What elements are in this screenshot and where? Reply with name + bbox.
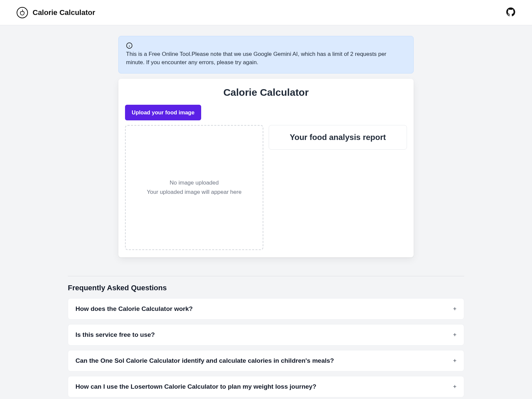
calculator-card: Calorie Calculator Upload your food imag… [118,79,414,257]
faq-question: Is this service free to use? [75,331,155,338]
dropzone-subtitle: Your uploaded image will appear here [147,189,242,196]
plus-icon: + [453,332,457,338]
faq-item[interactable]: Can the One Sol Calorie Calculator ident… [68,350,464,371]
header-left: Calorie Calculator [17,7,95,18]
faq-question: How does the Calorie Calculator work? [75,305,193,313]
brand-title: Calorie Calculator [33,8,95,17]
github-link[interactable] [506,7,515,18]
dropzone-title: No image uploaded [170,180,218,186]
github-icon [506,7,515,18]
image-dropzone[interactable]: No image uploaded Your uploaded image wi… [125,125,263,250]
info-alert: This is a Free Online Tool.Please note t… [118,36,414,73]
site-header: Calorie Calculator [0,0,532,25]
card-title: Calorie Calculator [125,87,407,98]
plus-icon: + [453,306,457,313]
info-icon [126,42,133,49]
faq-item[interactable]: How can I use the Losertown Calorie Calc… [68,376,464,397]
upload-button[interactable]: Upload your food image [125,105,201,120]
faq-section: Frequently Asked Questions How does the … [68,276,464,399]
report-title: Your food analysis report [275,133,401,142]
plus-icon: + [453,383,457,390]
report-panel: Your food analysis report [269,125,407,150]
plus-icon: + [453,357,457,364]
info-alert-text: This is a Free Online Tool.Please note t… [126,50,406,66]
faq-question: Can the One Sol Calorie Calculator ident… [75,357,334,364]
faq-item[interactable]: Is this service free to use? + [68,324,464,345]
faq-item[interactable]: How does the Calorie Calculator work? + [68,298,464,320]
faq-heading: Frequently Asked Questions [68,284,464,292]
faq-question: How can I use the Losertown Calorie Calc… [75,383,316,390]
logo-apple-icon [17,7,28,18]
